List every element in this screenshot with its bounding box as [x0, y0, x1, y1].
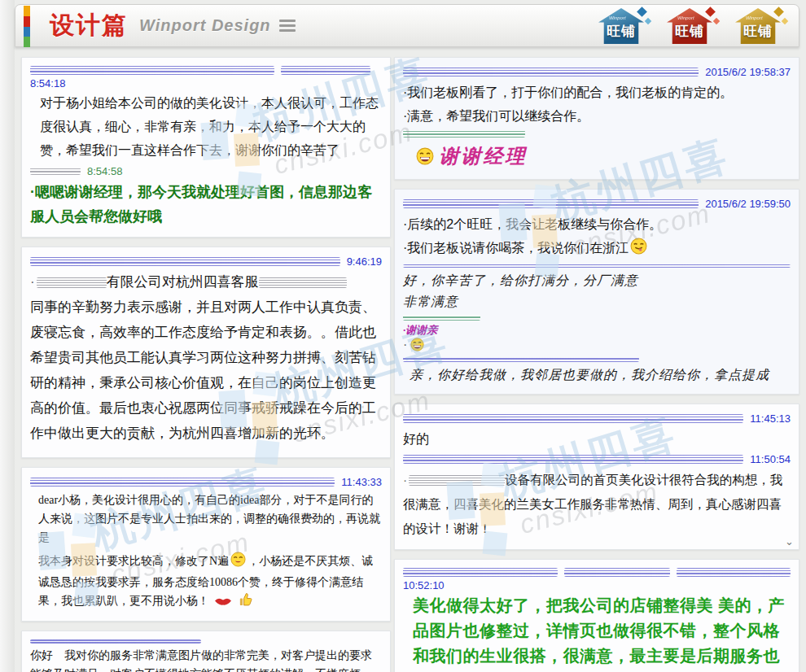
wangpu-label: 旺铺 — [675, 24, 704, 38]
timestamp: 2015/6/2 19:59:50 — [705, 198, 791, 210]
chevron-down-icon[interactable]: ⌄ — [785, 535, 794, 548]
thanks-text: ·谢谢亲 — [403, 323, 791, 338]
chat-message: 同事的辛勤努力表示感谢，并且对两人工作中认真负责、废寝忘食，高效率的工作态度给予… — [30, 295, 382, 446]
timestamp: 8:54:18 — [30, 77, 382, 89]
menu-icon — [279, 20, 296, 32]
wangpu-brand: Winport — [609, 15, 626, 20]
chat-block-1: 8:54:18 对于杨小姐给本公司的做的美化设计，本人很认可，工作态度很认真，细… — [21, 57, 391, 238]
chat-block-8: 11:45:13 好的 11:50:54 ·设备有限公司的首页美化设计很符合我的… — [394, 404, 799, 550]
right-column: 2015/6/2 19:58:37 ·我们老板刚看了，打于你们的配合，我们老板的… — [394, 57, 799, 672]
chat-message: ·我们老板说请你喝茶，我说你们在浙江 — [403, 236, 791, 262]
chat-block-4: 你好 我对你的服务非常满意图片做的非常完美，对客户提出的要求能够及时满足，对客户… — [21, 631, 391, 672]
chat-message: ·我们老板刚看了，打于你们的配合，我们老板的肯定的。 — [403, 81, 791, 104]
chat-title: 有限公司对杭州四喜客服 — [107, 274, 259, 290]
timestamp: 10:52:10 — [403, 579, 791, 591]
chat-message: 亲，你好给我做，我邻居也要做的，我介绍给你，拿点提成 — [403, 364, 791, 386]
page: 设计篇 Winport Design Winport 旺铺 Winport 旺铺… — [0, 0, 806, 672]
chat-message: ·满意，希望我们可以继续合作。 — [403, 104, 791, 128]
wangpu-icon-gold[interactable]: Winport 旺铺 — [735, 8, 787, 46]
chat-message: 好的 — [403, 427, 791, 451]
chat-message: 好，你辛苦了，给你打满分，分厂满意 — [403, 270, 791, 291]
wangpu-icon-blue[interactable]: Winport 旺铺 — [598, 8, 650, 46]
bullet: · — [403, 338, 407, 351]
header: 设计篇 Winport Design Winport 旺铺 Winport 旺铺… — [15, 4, 799, 47]
timestamp: 11:45:13 — [750, 412, 791, 425]
chat-message: 你好 我对你的服务非常满意图片做的非常完美，对客户提出的要求能够及时满足，对客户… — [30, 646, 382, 672]
chat-reply: ·嗯嗯谢谢经理，那今天我就处理好首图，信息那边客服人员会帮您做好哦 — [30, 180, 382, 229]
chat-block-3: 11:43:33 dear小杨，美化设计很用心的，有自己的idea部分，对于不是… — [21, 467, 391, 622]
brand-color-bar — [24, 6, 30, 47]
wangpu-brand: Winport — [677, 15, 694, 20]
page-subtitle: Winport Design — [139, 16, 271, 35]
wangpu-label: 旺铺 — [607, 24, 636, 38]
thanks-text: 谢谢经理 — [439, 146, 527, 167]
chat-message: 非常满意 — [403, 291, 791, 312]
wangpu-label: 旺铺 — [743, 24, 773, 38]
left-column: 8:54:18 对于杨小姐给本公司的做的美化设计，本人很认可，工作态度很认真，细… — [21, 57, 391, 672]
timestamp: 11:43:33 — [341, 476, 382, 488]
chat-message: ·设备有限公司的首页美化设计很符合我的构想，我很满意，四喜美化的兰美女工作服务非… — [403, 468, 791, 541]
chat-message: 美化做得太好了，把我公司的店铺整得美 美的，产品图片也修整过，详情页也做得很不错… — [403, 591, 791, 672]
tongue-emoji — [630, 238, 647, 262]
wangpu-icon-red[interactable]: Winport 旺铺 — [667, 8, 719, 46]
mischief-emoji — [230, 552, 246, 573]
timestamp: 9:46:19 — [347, 255, 382, 268]
timestamp: 8:54:58 — [87, 165, 122, 177]
page-title: 设计篇 — [50, 9, 128, 42]
grin-emoji — [416, 147, 434, 168]
chat-block-9: 10:52:10 美化做得太好了，把我公司的店铺整得美 美的，产品图片也修整过，… — [394, 559, 799, 672]
chat-message: 对于杨小姐给本公司的做的美化设计，本人很认可，工作态度很认真，细心，非常有亲，和… — [30, 89, 382, 162]
wangpu-icons: Winport 旺铺 Winport 旺铺 Winport 旺铺 — [598, 8, 787, 46]
chat-block-7: 2015/6/2 19:59:50 ·后续的2个旺旺，我会让老板继续与你合作。 … — [394, 189, 799, 395]
lips-emoji — [214, 594, 232, 613]
timestamp: 11:50:54 — [750, 453, 791, 465]
bullet: · — [30, 274, 35, 290]
thumbs-up-emoji — [238, 591, 253, 613]
chat-block-2: 9:46:19 ·有限公司对杭州四喜客服 同事的辛勤努力表示感谢，并且对两人工作… — [21, 247, 391, 458]
chat-message: 我本身对设计要求比较高，修改了N遍，小杨还是不厌其烦、诚诚恳恳的按我要求弄，服务… — [30, 552, 382, 613]
grin-emoji — [410, 338, 424, 355]
chat-message: ·后续的2个旺旺，我会让老板继续与你合作。 — [403, 212, 791, 236]
wangpu-brand: Winport — [746, 15, 763, 20]
chat-block-6: 2015/6/2 19:58:37 ·我们老板刚看了，打于你们的配合，我们老板的… — [394, 57, 799, 180]
timestamp: 2015/6/2 19:58:37 — [705, 66, 791, 78]
chat-message: dear小杨，美化设计很用心的，有自己的idea部分，对于不是同行的人来说，这图… — [30, 491, 382, 547]
